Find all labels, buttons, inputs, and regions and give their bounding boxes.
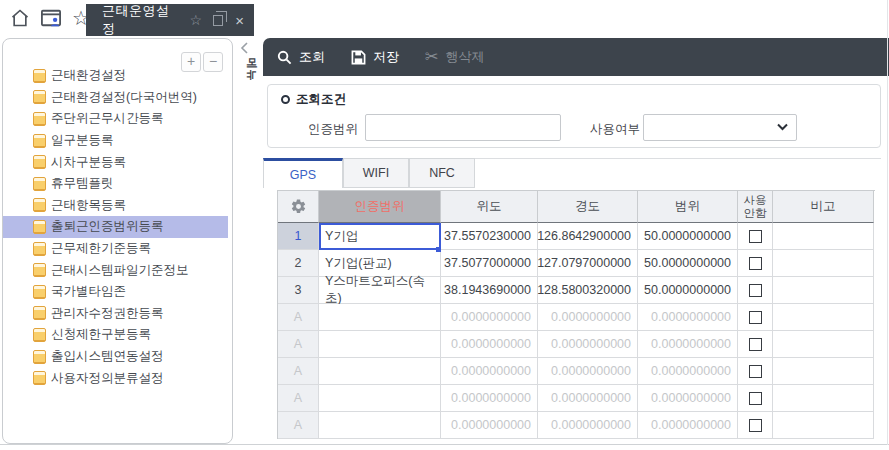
tree-item[interactable]: 출입시스템연동설정 — [3, 346, 228, 368]
tab-duplicate-icon[interactable] — [213, 15, 223, 26]
top-tab-bar: ☆ 근태운영설정 ☆ × — [0, 0, 889, 36]
cell-longitude[interactable]: 0.0000000000 — [538, 304, 638, 331]
menu-tree-list: 근태환경설정 근태환경설정(다국어번역) 주단위근무시간등록 일구분등록 시차구… — [3, 65, 228, 389]
cell-range[interactable]: 0.0000000000 — [638, 412, 738, 439]
cell-range[interactable]: 0.0000000000 — [638, 331, 738, 358]
row-header[interactable]: 3 — [278, 277, 319, 304]
cell-longitude[interactable]: 0.0000000000 — [538, 331, 638, 358]
cell-auth-range[interactable] — [319, 331, 441, 358]
column-header-latitude[interactable]: 위도 — [441, 191, 538, 223]
cell-note[interactable] — [773, 385, 874, 412]
cell-longitude[interactable]: 0.0000000000 — [538, 358, 638, 385]
tree-item[interactable]: 시차구분등록 — [3, 151, 228, 173]
cell-note[interactable] — [773, 250, 874, 277]
cell-longitude[interactable]: 128.5800320000 — [538, 277, 638, 304]
column-header-auth-range[interactable]: 인증범위 — [319, 191, 441, 223]
row-header[interactable]: 1 — [278, 223, 319, 250]
cell-note[interactable] — [773, 331, 874, 358]
tree-item[interactable]: 휴무템플릿 — [3, 173, 228, 195]
cell-disabled — [738, 250, 773, 277]
cell-latitude[interactable]: 0.0000000000 — [441, 331, 538, 358]
document-tab[interactable]: 근태운영설정 ☆ × — [86, 4, 254, 36]
tab-star-icon[interactable]: ☆ — [190, 13, 203, 27]
tree-item[interactable]: 국가별타임존 — [3, 281, 228, 303]
cell-range[interactable]: 0.0000000000 — [638, 358, 738, 385]
row-header[interactable]: A — [278, 304, 319, 331]
cell-range[interactable]: 0.0000000000 — [638, 304, 738, 331]
save-button[interactable]: 저장 — [351, 48, 399, 66]
column-header-longitude[interactable]: 경도 — [538, 191, 638, 223]
delete-row-button[interactable]: ✂ 행삭제 — [425, 48, 484, 66]
tab-gps[interactable]: GPS — [263, 158, 343, 188]
chevron-down-icon — [777, 123, 788, 131]
workspace-user-icon[interactable] — [40, 7, 62, 29]
cell-range[interactable]: 50.0000000000 — [638, 277, 738, 304]
gear-icon — [290, 198, 307, 215]
tab-nfc[interactable]: NFC — [409, 158, 475, 188]
tree-item[interactable]: 근무제한기준등록 — [3, 238, 228, 260]
collapse-panel-icon[interactable] — [240, 42, 250, 54]
cell-auth-range[interactable]: Y스마트오피스(속초) — [319, 277, 441, 304]
cell-range[interactable]: 50.0000000000 — [638, 250, 738, 277]
tree-item[interactable]: 주단위근무시간등록 — [3, 108, 228, 130]
tree-item[interactable]: 사용자정의분류설정 — [3, 367, 228, 389]
row-header[interactable]: A — [278, 412, 319, 439]
disabled-checkbox[interactable] — [749, 311, 762, 324]
cell-longitude[interactable]: 0.0000000000 — [538, 412, 638, 439]
cell-auth-range-active[interactable]: Y기업 — [319, 223, 441, 250]
use-status-select[interactable] — [643, 114, 797, 141]
cell-latitude[interactable]: 38.1943690000 — [441, 277, 538, 304]
search-button[interactable]: 조회 — [277, 48, 325, 66]
grid-settings-header[interactable] — [278, 191, 319, 223]
cell-range[interactable]: 50.0000000000 — [638, 223, 738, 250]
cell-latitude[interactable]: 0.0000000000 — [441, 304, 538, 331]
cell-disabled — [738, 358, 773, 385]
tree-item[interactable]: 관리자수정권한등록 — [3, 303, 228, 325]
cell-latitude[interactable]: 0.0000000000 — [441, 385, 538, 412]
tab-close-icon[interactable]: × — [235, 13, 244, 28]
cell-auth-range[interactable] — [319, 412, 441, 439]
tree-item[interactable]: 근태환경설정 — [3, 65, 228, 87]
cell-longitude[interactable]: 127.0797000000 — [538, 250, 638, 277]
tree-item[interactable]: 근태시스템파일기준정보 — [3, 259, 228, 281]
row-header[interactable]: A — [278, 358, 319, 385]
tree-item[interactable]: 일구분등록 — [3, 130, 228, 152]
row-header[interactable]: 2 — [278, 250, 319, 277]
disabled-checkbox[interactable] — [749, 338, 762, 351]
panel-vertical-label[interactable]: 메뉴 — [244, 55, 259, 85]
document-icon — [33, 177, 46, 191]
row-header[interactable]: A — [278, 385, 319, 412]
auth-range-input[interactable] — [365, 114, 561, 141]
cell-auth-range[interactable] — [319, 385, 441, 412]
cell-longitude[interactable]: 126.8642900000 — [538, 223, 638, 250]
tree-item[interactable]: 근태항목등록 — [3, 195, 228, 217]
tree-item-selected[interactable]: 출퇴근인증범위등록 — [3, 216, 228, 238]
column-header-note[interactable]: 비고 — [773, 191, 874, 223]
disabled-checkbox[interactable] — [749, 230, 762, 243]
disabled-checkbox[interactable] — [749, 365, 762, 378]
home-icon[interactable] — [9, 7, 31, 29]
disabled-checkbox[interactable] — [749, 392, 762, 405]
row-header[interactable]: A — [278, 331, 319, 358]
cell-note[interactable] — [773, 412, 874, 439]
disabled-checkbox[interactable] — [749, 419, 762, 432]
cell-note[interactable] — [773, 358, 874, 385]
disabled-checkbox[interactable] — [749, 284, 762, 297]
cell-latitude[interactable]: 0.0000000000 — [441, 358, 538, 385]
column-header-range[interactable]: 범위 — [638, 191, 738, 223]
cell-longitude[interactable]: 0.0000000000 — [538, 385, 638, 412]
tree-item[interactable]: 근태환경설정(다국어번역) — [3, 87, 228, 109]
cell-note[interactable] — [773, 277, 874, 304]
cell-auth-range[interactable] — [319, 304, 441, 331]
cell-note[interactable] — [773, 223, 874, 250]
cell-latitude[interactable]: 37.5077000000 — [441, 250, 538, 277]
tree-item[interactable]: 신청제한구분등록 — [3, 324, 228, 346]
cell-latitude[interactable]: 37.5570230000 — [441, 223, 538, 250]
disabled-checkbox[interactable] — [749, 257, 762, 270]
cell-note[interactable] — [773, 304, 874, 331]
column-header-disabled[interactable]: 사용 안함 — [738, 191, 773, 223]
cell-auth-range[interactable] — [319, 358, 441, 385]
cell-range[interactable]: 0.0000000000 — [638, 385, 738, 412]
cell-latitude[interactable]: 0.0000000000 — [441, 412, 538, 439]
tab-wifi[interactable]: WIFI — [343, 158, 409, 188]
